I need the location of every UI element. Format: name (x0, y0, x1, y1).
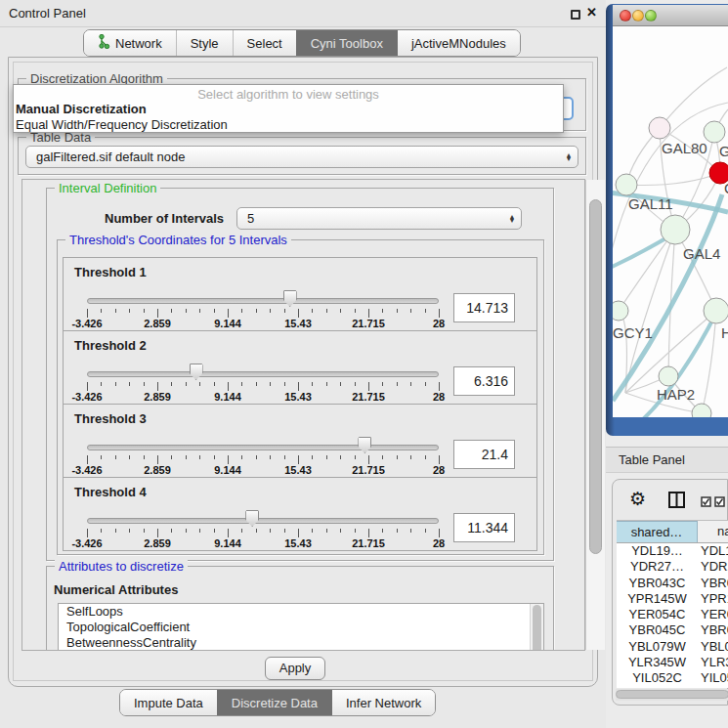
threshold-value-field[interactable]: 21.4 (453, 440, 515, 469)
attribute-item-selfloops[interactable]: SelfLoops (59, 604, 543, 620)
tab-impute-data[interactable]: Impute Data (120, 690, 217, 715)
network-node-label: H (721, 324, 728, 341)
algorithm-placeholder: Select algorithm to view settings (14, 87, 563, 102)
threshold-value-field[interactable]: 14.713 (453, 293, 515, 322)
threshold-slider-thumb[interactable] (190, 364, 203, 380)
cell-shared-name[interactable]: YLR345W (617, 655, 698, 670)
interval-definition-title: Interval Definition (55, 181, 160, 195)
float-icon[interactable] (571, 10, 580, 20)
network-canvas[interactable]: GAL80GACGAL11GAL4GCY1HHAP2 (613, 26, 728, 417)
cell-name[interactable]: YDL19 (698, 543, 728, 559)
table-data-value: galFiltered.sif default node (26, 150, 560, 164)
network-edge[interactable] (660, 67, 727, 128)
zoom-traffic-light-icon[interactable] (645, 10, 657, 21)
threshold-slider-thumb[interactable] (245, 510, 259, 527)
cell-name[interactable]: YBR04 (698, 576, 728, 591)
threshold-list: Threshold 1-3.4262.8599.14415.4321.71528… (63, 257, 537, 551)
network-node[interactable] (661, 215, 690, 244)
cell-shared-name[interactable]: YDL19… (617, 543, 698, 559)
numerical-attributes-heading: Numerical Attributes (54, 582, 178, 597)
network-node[interactable] (659, 366, 678, 386)
attribute-item-betweennesscentrality[interactable]: BetweennessCentrality (59, 635, 543, 651)
tab-infer-network[interactable]: Infer Network (331, 690, 435, 715)
threshold-slider-thumb[interactable] (358, 437, 371, 453)
gear-icon[interactable]: ⚙ (629, 490, 646, 508)
table-row[interactable]: YIL052CYIL05 (617, 670, 728, 686)
threshold-slider-track[interactable] (87, 298, 439, 304)
tab-network[interactable]: Network (84, 30, 176, 56)
network-node[interactable] (616, 174, 637, 195)
slider-tick-labels: -3.4262.8599.14415.4321.71528 (87, 318, 439, 329)
table-row[interactable]: YBR045CYBR04 (617, 622, 728, 638)
node-table: shared… na YDL19…YDL19YDR27…YDR27YBR043C… (617, 520, 728, 688)
network-node-label: GA (719, 143, 728, 159)
network-node-label: HAP2 (657, 386, 695, 403)
table-row[interactable]: YLR345WYLR34 (617, 655, 728, 670)
cell-shared-name[interactable]: YBR043C (617, 576, 698, 591)
network-node[interactable] (704, 298, 728, 323)
cell-name[interactable]: YLR34 (698, 655, 728, 670)
number-of-intervals-spinner[interactable]: 5 ▲▼ (236, 207, 522, 230)
settings-scrollbar-thumb[interactable] (589, 199, 602, 554)
table-hscrollbar-thumb[interactable] (616, 690, 728, 699)
threshold-slider-track[interactable] (87, 518, 439, 524)
table-header-row: shared… na (617, 521, 728, 543)
close-traffic-light-icon[interactable] (620, 10, 631, 21)
threshold-slider-thumb[interactable] (283, 290, 297, 307)
tab-select[interactable]: Select (233, 30, 296, 56)
minimize-traffic-light-icon[interactable] (632, 10, 644, 21)
threshold-slider-track[interactable] (87, 371, 439, 377)
algorithm-option-equal-width[interactable]: Equal Width/Frequency Discretization (16, 117, 228, 132)
threshold-slider-track[interactable] (87, 445, 439, 450)
threshold-value-field[interactable]: 6.316 (453, 366, 515, 396)
table-row[interactable]: YDR27…YDR27 (617, 559, 728, 575)
threshold-panel-3: Threshold 3-3.4262.8599.14415.4321.71528… (63, 404, 537, 478)
tab-cyni-toolbox[interactable]: Cyni Toolbox (296, 30, 397, 56)
threshold-panel-4: Threshold 4-3.4262.8599.14415.4321.71528… (63, 477, 537, 551)
checkbox-icon[interactable] (701, 496, 711, 507)
tab-label: Network (115, 36, 162, 51)
table-row[interactable]: YPR145WYPR14 (617, 591, 728, 607)
checkbox-icon[interactable] (714, 496, 725, 507)
table-hscrollbar[interactable] (616, 689, 728, 701)
cell-shared-name[interactable]: YDR27… (617, 559, 698, 575)
cell-shared-name[interactable]: YIL052C (617, 670, 698, 686)
cell-name[interactable]: YER05 (698, 607, 728, 622)
table-row[interactable]: YDL19…YDL19 (617, 543, 728, 559)
cell-name[interactable]: YBL07 (698, 639, 728, 655)
network-node[interactable] (613, 301, 628, 321)
cell-shared-name[interactable]: YBL079W (617, 639, 698, 655)
close-icon[interactable]: ✕ (586, 5, 597, 20)
network-node-label: GCY1 (613, 324, 653, 341)
cell-name[interactable]: YIL05 (698, 670, 728, 686)
table-data-combobox[interactable]: galFiltered.sif default node ▲▼ (25, 146, 578, 168)
slider-tick-labels: -3.4262.8599.14415.4321.71528 (87, 464, 439, 476)
cell-shared-name[interactable]: YER054C (617, 607, 698, 622)
threshold-value-field[interactable]: 11.344 (453, 513, 515, 542)
settings-scrollbar[interactable] (585, 180, 605, 650)
column-header-name[interactable]: na (698, 521, 728, 542)
apply-button[interactable]: Apply (265, 657, 325, 680)
cell-shared-name[interactable]: YPR145W (617, 591, 698, 607)
cell-name[interactable]: YPR14 (698, 591, 728, 607)
list-scrollbar[interactable] (530, 604, 543, 651)
column-split-icon[interactable] (668, 492, 685, 508)
list-scrollbar-thumb[interactable] (533, 605, 541, 651)
table-row[interactable]: YER054CYER05 (617, 607, 728, 622)
algorithm-option-manual[interactable]: Manual Discretization (16, 102, 147, 116)
column-header-shared-name[interactable]: shared… (617, 521, 698, 542)
tab-label: Select (247, 36, 282, 51)
table-panel: ⚙ shared… na YDL19…YDL19YDR27…YDR27YBR04… (612, 479, 728, 706)
network-node[interactable] (649, 117, 670, 139)
cell-name[interactable]: YDR27 (698, 559, 728, 575)
table-row[interactable]: YBR043CYBR04 (617, 576, 728, 591)
cell-name[interactable]: YBR04 (698, 622, 728, 638)
tab-label: Cyni Toolbox (311, 36, 383, 51)
tab-jactivemnodules[interactable]: jActiveMNodules (397, 30, 520, 56)
tab-discretize-data[interactable]: Discretize Data (217, 690, 331, 715)
cell-shared-name[interactable]: YBR045C (617, 622, 698, 638)
tab-style[interactable]: Style (176, 30, 233, 56)
table-row[interactable]: YBL079WYBL07 (617, 639, 728, 655)
top-tab-bar: NetworkStyleSelectCyni ToolboxjActiveMNo… (83, 29, 521, 57)
attribute-item-topologicalcoefficient[interactable]: TopologicalCoefficient (59, 620, 543, 635)
